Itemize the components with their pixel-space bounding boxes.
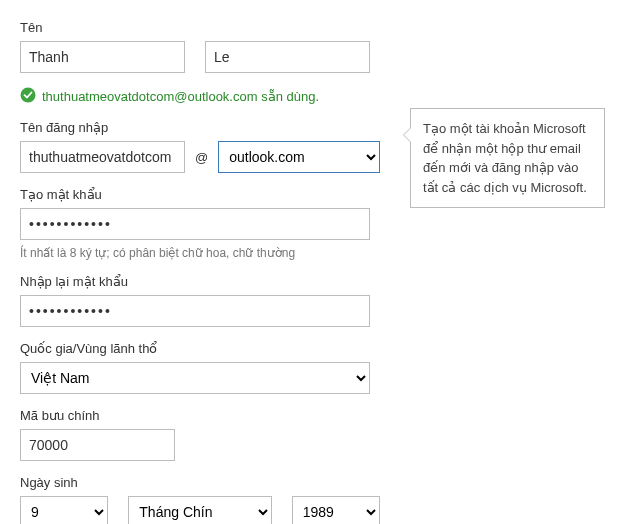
availability-status: thuthuatmeovatdotcom@outlook.com sẵn dùn… bbox=[20, 87, 380, 106]
dob-month-select[interactable]: Tháng Chín bbox=[128, 496, 271, 524]
password-input[interactable] bbox=[20, 208, 370, 240]
label-reenterpw: Nhập lại mật khẩu bbox=[20, 274, 380, 289]
last-name-input[interactable] bbox=[205, 41, 370, 73]
at-symbol: @ bbox=[195, 150, 208, 165]
label-createpw: Tạo mật khẩu bbox=[20, 187, 380, 202]
callout-text: Tạo một tài khoản Microsoft để nhận một … bbox=[423, 121, 587, 195]
password-hint: Ít nhất là 8 ký tự; có phân biệt chữ hoa… bbox=[20, 246, 380, 260]
callout-arrow-icon bbox=[403, 127, 411, 143]
svg-point-0 bbox=[21, 88, 36, 103]
signup-form: Tên thuthuatmeovatdotcom@outlook.com sẵn… bbox=[0, 0, 400, 524]
label-country: Quốc gia/Vùng lãnh thổ bbox=[20, 341, 380, 356]
availability-text: thuthuatmeovatdotcom@outlook.com sẵn dùn… bbox=[42, 89, 319, 104]
country-select[interactable]: Việt Nam bbox=[20, 362, 370, 394]
username-input[interactable] bbox=[20, 141, 185, 173]
password-confirm-input[interactable] bbox=[20, 295, 370, 327]
domain-select[interactable]: outlook.com bbox=[218, 141, 380, 173]
label-signin: Tên đăng nhập bbox=[20, 120, 380, 135]
dob-year-select[interactable]: 1989 bbox=[292, 496, 380, 524]
dob-day-select[interactable]: 9 bbox=[20, 496, 108, 524]
info-callout: Tạo một tài khoản Microsoft để nhận một … bbox=[410, 108, 605, 208]
check-circle-icon bbox=[20, 87, 36, 106]
first-name-input[interactable] bbox=[20, 41, 185, 73]
label-dob: Ngày sinh bbox=[20, 475, 380, 490]
label-name: Tên bbox=[20, 20, 380, 35]
postal-input[interactable] bbox=[20, 429, 175, 461]
label-postal: Mã bưu chính bbox=[20, 408, 380, 423]
